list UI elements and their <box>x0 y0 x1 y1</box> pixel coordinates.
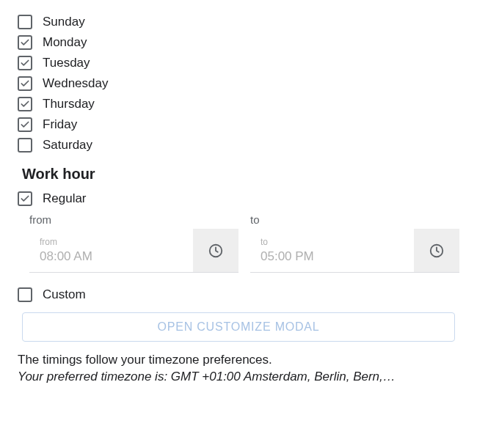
from-label: from <box>29 213 238 226</box>
checkbox-custom[interactable] <box>18 287 32 302</box>
from-inner-label: from <box>40 237 184 247</box>
to-field: to to 05:00 PM <box>250 213 459 273</box>
footer-line2: Your preferred timezone is: GMT +01:00 A… <box>18 369 459 386</box>
day-row-wednesday: Wednesday <box>18 76 459 91</box>
day-label: Thursday <box>43 97 95 111</box>
clock-icon <box>429 243 445 259</box>
from-clock-button[interactable] <box>193 229 238 272</box>
checkbox-thursday[interactable] <box>18 97 32 111</box>
checkbox-sunday[interactable] <box>18 15 32 29</box>
day-label: Monday <box>43 35 87 50</box>
custom-label: Custom <box>43 287 86 302</box>
day-row-sunday: Sunday <box>18 15 459 29</box>
work-hour-heading: Work hour <box>22 166 459 183</box>
day-row-thursday: Thursday <box>18 97 459 111</box>
to-input[interactable]: to 05:00 PM <box>250 229 459 273</box>
checkbox-regular[interactable] <box>18 191 32 206</box>
regular-row: Regular <box>18 191 459 206</box>
day-label: Tuesday <box>43 56 90 70</box>
from-input-text: from 08:00 AM <box>29 229 193 272</box>
to-label: to <box>250 213 459 226</box>
to-clock-button[interactable] <box>414 229 459 272</box>
clock-icon <box>208 243 224 259</box>
checkbox-friday[interactable] <box>18 117 32 132</box>
days-list: Sunday Monday Tuesday Wednesday Thursday… <box>18 15 459 153</box>
day-label: Sunday <box>43 15 85 29</box>
day-row-monday: Monday <box>18 35 459 50</box>
day-row-saturday: Saturday <box>18 138 459 153</box>
checkbox-monday[interactable] <box>18 35 32 50</box>
to-inner-label: to <box>261 237 405 247</box>
from-value: 08:00 AM <box>40 248 184 265</box>
from-field: from from 08:00 AM <box>29 213 238 273</box>
checkbox-tuesday[interactable] <box>18 56 32 70</box>
checkbox-saturday[interactable] <box>18 138 32 153</box>
custom-row: Custom <box>18 287 459 302</box>
open-customize-modal-button[interactable]: OPEN CUSTOMIZE MODAL <box>22 312 455 342</box>
day-label: Friday <box>43 117 77 132</box>
footer-line1: The timings follow your timezone prefere… <box>18 352 459 369</box>
day-label: Wednesday <box>43 76 108 91</box>
checkbox-wednesday[interactable] <box>18 76 32 91</box>
day-label: Saturday <box>43 138 92 153</box>
day-row-tuesday: Tuesday <box>18 56 459 70</box>
day-row-friday: Friday <box>18 117 459 132</box>
from-input[interactable]: from 08:00 AM <box>29 229 238 273</box>
time-row: from from 08:00 AM to to 05:00 PM <box>29 213 459 273</box>
to-value: 05:00 PM <box>261 248 405 265</box>
footer-note: The timings follow your timezone prefere… <box>18 352 459 386</box>
to-input-text: to 05:00 PM <box>250 229 414 272</box>
regular-label: Regular <box>43 191 87 206</box>
